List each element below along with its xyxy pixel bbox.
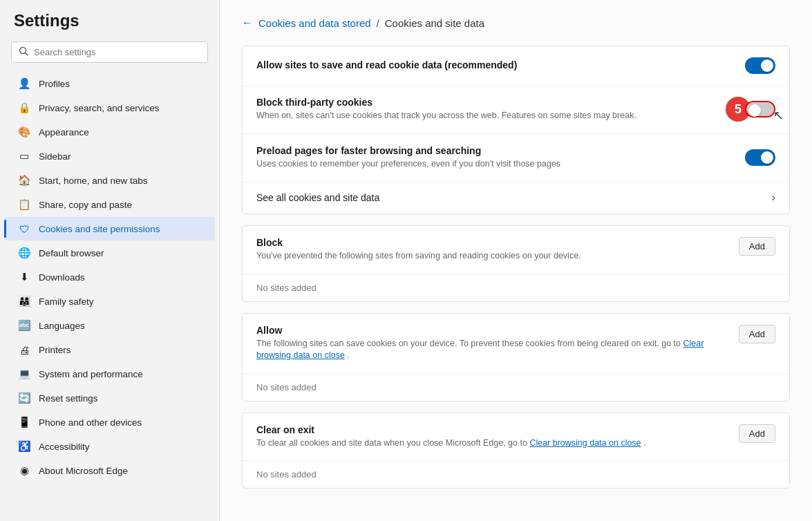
- sidebar-item-share-copy[interactable]: 📋 Share, copy and paste: [4, 193, 215, 216]
- block-add-button[interactable]: Add: [739, 237, 775, 256]
- breadcrumb-back-arrow[interactable]: ←: [242, 17, 253, 29]
- breadcrumb: ← Cookies and data stored / Cookies and …: [242, 17, 790, 29]
- nav-label-start-home: Start, home, and new tabs: [39, 176, 148, 186]
- nav-icon-privacy: 🔒: [18, 102, 30, 114]
- allow-cookies-row: Allow sites to save and read cookie data…: [243, 46, 789, 86]
- sidebar-item-appearance[interactable]: 🎨 Appearance: [4, 120, 215, 144]
- allow-section-content: Allow The following sites can save cooki…: [256, 325, 739, 362]
- block-third-party-content: Block third-party cookies When on, sites…: [256, 97, 745, 122]
- nav-label-profiles: Profiles: [39, 79, 70, 89]
- nav-label-default-browser: Default browser: [39, 248, 104, 258]
- nav-label-printers: Printers: [39, 345, 71, 355]
- nav-label-sidebar: Sidebar: [39, 151, 71, 162]
- block-section-content: Block You've prevented the following sit…: [256, 237, 739, 263]
- preload-pages-toggle[interactable]: [745, 149, 775, 166]
- nav-icon-sidebar: ▭: [18, 150, 30, 162]
- allow-add-button[interactable]: Add: [739, 325, 775, 343]
- nav-icon-start-home: 🏠: [18, 174, 30, 187]
- block-third-party-toggle[interactable]: [745, 101, 775, 117]
- clear-desc-end: .: [643, 438, 645, 448]
- nav-label-privacy: Privacy, search, and services: [39, 103, 160, 113]
- sidebar-item-system[interactable]: 💻 System and performance: [4, 362, 215, 386]
- chevron-right-icon: ›: [772, 191, 775, 204]
- allow-no-sites: No sites added: [243, 374, 789, 401]
- allow-desc-text: The following sites can save cookies on …: [256, 339, 681, 348]
- sidebar-item-family-safety[interactable]: 👨‍👩‍👧 Family safety: [4, 290, 215, 313]
- svg-line-1: [26, 53, 28, 56]
- nav-icon-appearance: 🎨: [18, 126, 30, 138]
- sidebar-title: Settings: [0, 11, 219, 41]
- see-all-row[interactable]: See all cookies and site data ›: [243, 182, 789, 214]
- nav-label-cookies: Cookies and site permissions: [39, 224, 160, 234]
- preload-pages-desc: Uses cookies to remember your preference…: [256, 158, 745, 171]
- clear-desc-text: To clear all cookies and site data when …: [256, 438, 527, 448]
- sidebar-item-start-home[interactable]: 🏠 Start, home, and new tabs: [4, 169, 215, 192]
- allow-cookies-toggle[interactable]: [745, 57, 775, 74]
- allow-cookies-content: Allow sites to save and read cookie data…: [256, 59, 745, 72]
- sidebar-item-default-browser[interactable]: 🌐 Default browser: [4, 241, 215, 265]
- nav-label-accessibility: Accessibility: [39, 442, 90, 452]
- block-section-header: Block You've prevented the following sit…: [243, 226, 789, 274]
- sidebar-item-profiles[interactable]: 👤 Profiles: [4, 72, 215, 95]
- nav-icon-downloads: ⬇: [18, 271, 30, 283]
- nav-label-reset: Reset settings: [39, 393, 98, 404]
- nav-icon-accessibility: ♿: [18, 440, 30, 453]
- nav-icon-reset: 🔄: [18, 392, 30, 404]
- sidebar-item-sidebar[interactable]: ▭ Sidebar: [4, 144, 215, 168]
- sidebar-item-languages[interactable]: 🔤 Languages: [4, 314, 215, 337]
- clear-section-card: Clear on exit To clear all cookies and s…: [242, 413, 790, 489]
- nav-icon-phone: 📱: [18, 416, 30, 428]
- nav-list: 👤 Profiles 🔒 Privacy, search, and servic…: [0, 71, 219, 483]
- sidebar-item-reset[interactable]: 🔄 Reset settings: [4, 386, 215, 410]
- nav-icon-about: ◉: [18, 464, 30, 477]
- nav-icon-share-copy: 📋: [18, 198, 30, 211]
- allow-section-title: Allow: [256, 325, 739, 336]
- breadcrumb-link[interactable]: Cookies and data stored: [258, 17, 371, 29]
- nav-label-appearance: Appearance: [39, 127, 89, 138]
- clear-link[interactable]: Clear browsing data on close: [529, 438, 641, 448]
- top-settings-card: Allow sites to save and read cookie data…: [242, 46, 790, 214]
- search-icon: [19, 46, 28, 58]
- sidebar-item-about[interactable]: ◉ About Microsoft Edge: [4, 459, 215, 482]
- breadcrumb-separator: /: [377, 17, 379, 29]
- sidebar: Settings 👤 Profiles 🔒 Privacy, search, a…: [0, 0, 220, 521]
- allow-section-card: Allow The following sites can save cooki…: [242, 313, 790, 401]
- sidebar-item-accessibility[interactable]: ♿ Accessibility: [4, 435, 215, 458]
- block-section-desc: You've prevented the following sites fro…: [256, 250, 739, 263]
- sidebar-item-cookies[interactable]: 🛡 Cookies and site permissions: [4, 217, 215, 240]
- breadcrumb-current: Cookies and site data: [385, 17, 484, 29]
- search-box[interactable]: [11, 41, 208, 63]
- preload-pages-content: Preload pages for faster browsing and se…: [256, 145, 745, 171]
- sidebar-item-printers[interactable]: 🖨 Printers: [4, 338, 215, 361]
- clear-add-button[interactable]: Add: [739, 424, 775, 443]
- block-section-title: Block: [256, 237, 739, 248]
- nav-icon-system: 💻: [18, 368, 30, 380]
- search-input[interactable]: [34, 47, 200, 57]
- block-third-party-row: Block third-party cookies When on, sites…: [243, 86, 789, 134]
- clear-no-sites: No sites added: [243, 461, 789, 488]
- nav-label-share-copy: Share, copy and paste: [39, 200, 132, 210]
- see-all-label: See all cookies and site data: [256, 192, 772, 203]
- preload-pages-row: Preload pages for faster browsing and se…: [243, 134, 789, 182]
- preload-pages-title: Preload pages for faster browsing and se…: [256, 145, 745, 156]
- nav-icon-printers: 🖨: [18, 343, 30, 356]
- allow-cookies-title: Allow sites to save and read cookie data…: [256, 59, 745, 70]
- nav-icon-family-safety: 👨‍👩‍👧: [18, 295, 30, 307]
- sidebar-item-privacy[interactable]: 🔒 Privacy, search, and services: [4, 96, 215, 120]
- nav-label-phone: Phone and other devices: [39, 417, 142, 428]
- block-no-sites: No sites added: [243, 274, 789, 301]
- nav-icon-default-browser: 🌐: [18, 247, 30, 259]
- clear-section-content: Clear on exit To clear all cookies and s…: [256, 424, 739, 450]
- nav-label-languages: Languages: [39, 321, 85, 331]
- block-section-card: Block You've prevented the following sit…: [242, 225, 790, 302]
- block-third-party-desc: When on, sites can't use cookies that tr…: [256, 110, 745, 122]
- sidebar-item-phone[interactable]: 📱 Phone and other devices: [4, 410, 215, 434]
- nav-label-system: System and performance: [39, 369, 143, 379]
- nav-label-downloads: Downloads: [39, 272, 85, 283]
- nav-label-family-safety: Family safety: [39, 296, 94, 307]
- clear-section-header: Clear on exit To clear all cookies and s…: [243, 413, 789, 462]
- allow-desc-end: .: [347, 350, 349, 360]
- block-third-party-title: Block third-party cookies: [256, 97, 745, 108]
- allow-section-desc: The following sites can save cookies on …: [256, 338, 739, 362]
- sidebar-item-downloads[interactable]: ⬇ Downloads: [4, 265, 215, 289]
